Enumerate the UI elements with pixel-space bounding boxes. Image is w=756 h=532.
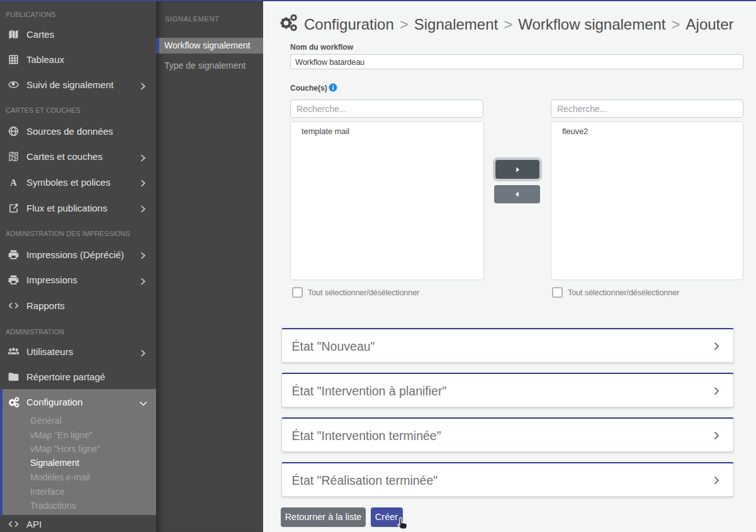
svg-text:A: A <box>10 178 17 188</box>
